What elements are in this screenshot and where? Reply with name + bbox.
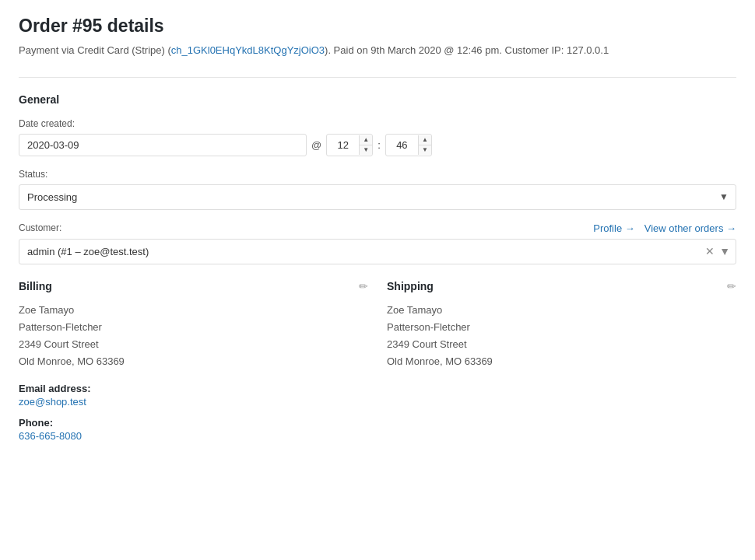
billing-email-value: zoe@shop.test [19,396,368,408]
time-colon: : [378,139,381,151]
billing-address: Zoe Tamayo Patterson-Fletcher 2349 Court… [19,302,368,370]
hour-spinner: 12 ▲ ▼ [326,134,373,156]
billing-shipping-section: Billing ✏ Zoe Tamayo Patterson-Fletcher … [19,280,736,442]
date-label: Date created: [19,118,736,129]
billing-email-label: Email address: [19,383,368,394]
customer-input-container: ✕ ▼ [19,239,736,264]
general-section-title: General [19,93,736,106]
shipping-address: Zoe Tamayo Patterson-Fletcher 2349 Court… [387,302,736,370]
shipping-name: Zoe Tamayo [387,302,736,319]
customer-input[interactable] [19,239,736,264]
billing-email-link[interactable]: zoe@shop.test [19,396,86,408]
hour-value: 12 [327,135,359,156]
status-label: Status: [19,169,736,180]
billing-company: Patterson-Fletcher [19,319,368,336]
billing-phone-label: Phone: [19,417,368,429]
shipping-edit-pencil[interactable]: ✏ [727,280,736,292]
page-title: Order #95 details [19,16,736,37]
section-divider [19,77,736,78]
profile-link[interactable]: Profile → [593,222,634,234]
status-select-wrapper: Processing Pending payment On hold Compl… [19,184,736,210]
hour-up-arrow[interactable]: ▲ [360,135,372,145]
hour-down-arrow[interactable]: ▼ [360,145,372,155]
stripe-transaction-link[interactable]: ch_1GKl0EHqYkdL8KtQgYzjOiO3 [171,44,325,56]
minute-value: 46 [386,135,418,156]
customer-input-actions: ✕ ▼ [705,245,730,257]
shipping-title: Shipping [387,280,434,292]
date-input[interactable] [19,134,307,156]
customer-row: Customer: Profile → View other orders → [19,222,736,234]
shipping-header: Shipping ✏ [387,280,736,292]
billing-phone-value: 636-665-8080 [19,430,368,442]
billing-city-state-zip: Old Monroe, MO 63369 [19,353,368,370]
minute-arrows[interactable]: ▲ ▼ [418,135,431,155]
billing-street: 2349 Court Street [19,336,368,353]
shipping-city-state-zip: Old Monroe, MO 63369 [387,353,736,370]
minute-spinner: 46 ▲ ▼ [385,134,432,156]
customer-dropdown-arrow[interactable]: ▼ [719,245,730,257]
billing-name: Zoe Tamayo [19,302,368,319]
billing-edit-pencil[interactable]: ✏ [359,280,368,292]
status-select[interactable]: Processing Pending payment On hold Compl… [19,184,736,210]
at-symbol: @ [311,139,321,151]
shipping-column: Shipping ✏ Zoe Tamayo Patterson-Fletcher… [387,280,736,442]
billing-phone-link[interactable]: 636-665-8080 [19,430,82,442]
billing-header: Billing ✏ [19,280,368,292]
shipping-street: 2349 Court Street [387,336,736,353]
date-row: @ 12 ▲ ▼ : 46 ▲ ▼ [19,134,736,156]
payment-info: Payment via Credit Card (Stripe) (ch_1GK… [19,43,736,58]
customer-input-wrapper-outer: ✕ ▼ [19,239,736,264]
customer-clear-button[interactable]: ✕ [705,245,715,257]
billing-column: Billing ✏ Zoe Tamayo Patterson-Fletcher … [19,280,368,442]
view-orders-link[interactable]: View other orders → [644,222,736,234]
hour-arrows[interactable]: ▲ ▼ [359,135,372,155]
billing-title: Billing [19,280,52,292]
customer-label: Customer: [19,222,61,233]
shipping-company: Patterson-Fletcher [387,319,736,336]
minute-up-arrow[interactable]: ▲ [419,135,431,145]
minute-down-arrow[interactable]: ▼ [419,145,431,155]
general-section: General Date created: @ 12 ▲ ▼ : 46 ▲ ▼ … [19,93,736,264]
customer-links: Profile → View other orders → [593,222,736,234]
